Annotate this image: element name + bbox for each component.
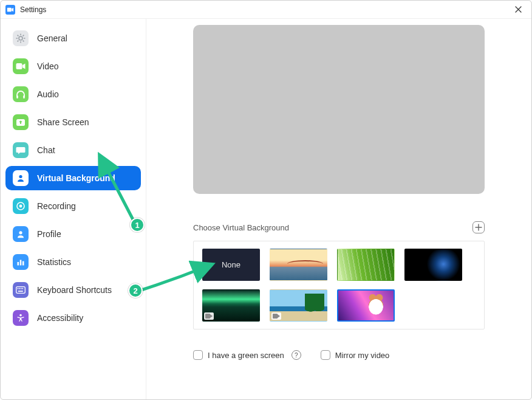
mirror-video-checkbox[interactable]: Mirror my video — [321, 350, 390, 360]
sidebar-item-label: Share Screen — [37, 117, 89, 127]
share-screen-icon — [13, 114, 29, 130]
svg-rect-26 — [18, 291, 23, 292]
help-icon[interactable]: ? — [292, 350, 301, 360]
svg-point-14 — [19, 175, 22, 178]
bg-thumb-grass[interactable] — [337, 249, 395, 281]
svg-rect-11 — [16, 95, 18, 98]
add-background-button[interactable] — [472, 221, 485, 233]
video-badge-icon — [271, 312, 281, 320]
svg-line-8 — [23, 35, 24, 36]
sidebar-item-label: Keyboard Shortcuts — [37, 285, 112, 295]
sidebar-item-general[interactable]: General — [5, 26, 141, 50]
sidebar-item-profile[interactable]: Profile — [5, 222, 141, 246]
sidebar-item-label: Statistics — [37, 257, 71, 267]
content-pane: Choose Virtual Background None I have a … — [146, 19, 531, 399]
svg-rect-0 — [7, 7, 12, 12]
svg-point-1 — [19, 36, 22, 40]
sidebar-item-label: General — [37, 33, 67, 43]
sidebar-item-video[interactable]: Video — [5, 54, 141, 78]
profile-icon — [13, 226, 29, 242]
sidebar-item-label: Virtual Background — [37, 173, 115, 183]
title-bar: Settings — [1, 1, 531, 19]
sidebar-item-label: Chat — [37, 145, 55, 155]
svg-rect-24 — [21, 288, 22, 289]
bottom-options-row: I have a green screen ? Mirror my video — [193, 350, 485, 360]
svg-rect-10 — [16, 63, 22, 69]
svg-rect-18 — [18, 262, 19, 266]
sidebar-item-chat[interactable]: Chat — [5, 138, 141, 162]
bg-thumb-bridge[interactable] — [270, 249, 327, 281]
chat-icon — [13, 142, 29, 158]
mirror-label: Mirror my video — [335, 351, 390, 360]
svg-line-6 — [18, 35, 19, 36]
svg-rect-12 — [23, 95, 25, 98]
svg-rect-20 — [22, 261, 24, 266]
svg-point-16 — [19, 205, 22, 208]
sidebar-item-virtual-background[interactable]: Virtual Background — [5, 166, 141, 190]
svg-rect-21 — [16, 287, 26, 294]
svg-line-7 — [23, 41, 24, 42]
bg-thumb-aurora[interactable] — [202, 289, 260, 322]
checkbox-box — [193, 350, 203, 360]
svg-rect-25 — [22, 288, 23, 289]
plus-icon — [475, 224, 482, 231]
sidebar-item-label: Recording — [37, 201, 76, 211]
gear-icon — [13, 30, 29, 46]
choose-label: Choose Virtual Background — [193, 223, 289, 232]
sidebar-item-recording[interactable]: Recording — [5, 194, 141, 218]
headphones-icon — [13, 86, 29, 102]
svg-point-27 — [19, 314, 22, 317]
keyboard-icon — [13, 282, 29, 298]
sidebar-item-keyboard-shortcuts[interactable]: Keyboard Shortcuts — [5, 278, 141, 302]
app-icon — [5, 5, 15, 15]
sidebar-item-label: Video — [37, 61, 59, 71]
green-screen-label: I have a green screen — [208, 351, 284, 360]
video-icon — [13, 58, 29, 74]
choose-row: Choose Virtual Background — [193, 221, 485, 233]
window-title: Settings — [20, 5, 510, 14]
green-screen-checkbox[interactable]: I have a green screen ? — [193, 350, 301, 360]
sidebar-item-label: Profile — [37, 229, 61, 239]
video-badge-icon — [204, 312, 214, 320]
svg-point-17 — [19, 231, 22, 234]
close-button[interactable] — [510, 1, 527, 18]
bg-thumb-tiger[interactable] — [337, 289, 395, 322]
checkbox-box — [321, 350, 330, 360]
svg-line-9 — [18, 41, 19, 42]
bg-thumb-none[interactable]: None — [202, 249, 260, 281]
bg-thumb-beach[interactable] — [270, 289, 327, 322]
bars-icon — [13, 254, 29, 270]
video-preview — [193, 25, 485, 194]
sidebar-item-audio[interactable]: Audio — [5, 82, 141, 106]
accessibility-icon — [13, 310, 29, 326]
close-icon — [515, 6, 522, 13]
virtual-background-thumbnails: None — [193, 241, 485, 329]
svg-rect-23 — [19, 288, 20, 289]
svg-rect-19 — [20, 260, 22, 266]
sidebar-item-statistics[interactable]: Statistics — [5, 250, 141, 274]
record-icon — [13, 198, 29, 214]
sidebar-item-label: Accessibility — [37, 313, 83, 323]
bg-thumb-earth[interactable] — [404, 249, 462, 281]
person-icon — [13, 170, 29, 186]
sidebar-item-share-screen[interactable]: Share Screen — [5, 110, 141, 134]
sidebar-item-accessibility[interactable]: Accessibility — [5, 306, 141, 330]
settings-sidebar: General Video Audio Share Screen Chat — [1, 19, 146, 399]
svg-rect-22 — [18, 288, 19, 289]
sidebar-item-label: Audio — [37, 89, 59, 99]
